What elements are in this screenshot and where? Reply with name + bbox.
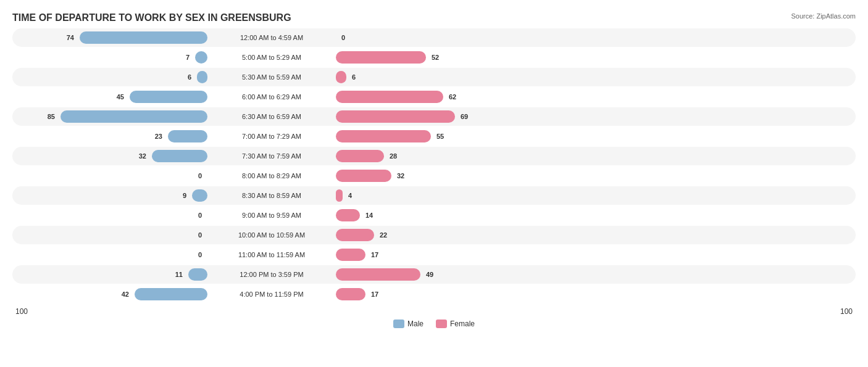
- male-value: 0: [195, 251, 205, 258]
- legend-male: Male: [393, 320, 424, 328]
- left-section: 7: [12, 51, 210, 64]
- bar-right-wrap: 32: [336, 170, 856, 182]
- male-bar: [130, 91, 207, 103]
- male-value: 0: [195, 212, 205, 219]
- male-bar: [61, 110, 207, 123]
- male-label: Male: [407, 320, 424, 328]
- left-section: 0: [12, 209, 210, 221]
- bar-right-wrap: 69: [336, 110, 856, 123]
- bar-right-wrap: 55: [336, 130, 856, 142]
- axis-row: 100 100: [12, 307, 856, 316]
- chart-row: 0 8:00 AM to 8:29 AM 32: [12, 167, 856, 185]
- right-section: 49: [333, 268, 856, 281]
- male-bar: [195, 51, 207, 64]
- female-value: 28: [386, 152, 400, 160]
- time-label: 11:00 AM to 11:59 AM: [210, 251, 333, 258]
- time-label: 9:00 AM to 9:59 AM: [210, 212, 333, 219]
- chart-title: TIME OF DEPARTURE TO WORK BY SEX IN GREE…: [12, 12, 856, 23]
- male-value: 11: [172, 271, 186, 278]
- bar-left-wrap: 0: [12, 170, 207, 182]
- female-bar: [336, 71, 346, 83]
- right-section: 6: [333, 71, 856, 83]
- chart-row: 0 11:00 AM to 11:59 AM 17: [12, 245, 856, 264]
- time-label: 4:00 PM to 11:59 PM: [210, 291, 333, 298]
- chart-row: 0 9:00 AM to 9:59 AM 14: [12, 206, 856, 225]
- right-section: 28: [333, 150, 856, 162]
- chart-row: 85 6:30 AM to 6:59 AM 69: [12, 107, 856, 126]
- left-section: 85: [12, 110, 210, 123]
- female-bar: [336, 189, 343, 202]
- bar-left-wrap: 9: [12, 189, 207, 202]
- female-value: 17: [368, 291, 382, 298]
- right-section: 62: [333, 91, 856, 103]
- right-section: 22: [333, 229, 856, 241]
- male-bar: [80, 31, 207, 44]
- left-section: 6: [12, 71, 210, 83]
- right-section: 69: [333, 110, 856, 123]
- female-bar: [336, 150, 384, 162]
- bar-left-wrap: 7: [12, 51, 207, 64]
- bar-right-wrap: 4: [336, 189, 856, 202]
- left-section: 0: [12, 249, 210, 261]
- female-value: 69: [457, 113, 471, 120]
- left-section: 11: [12, 268, 210, 281]
- bar-right-wrap: 52: [336, 51, 856, 64]
- male-value: 0: [195, 231, 205, 239]
- time-label: 8:30 AM to 8:59 AM: [210, 192, 333, 199]
- bar-left-wrap: 0: [12, 229, 207, 241]
- right-section: 52: [333, 51, 856, 64]
- chart-row: 7 5:00 AM to 5:29 AM 52: [12, 48, 856, 67]
- chart-area: 74 12:00 AM to 4:59 AM 0 7 5:00 AM to 5:…: [12, 28, 856, 303]
- bar-right-wrap: 62: [336, 91, 856, 103]
- female-value: 52: [428, 54, 442, 61]
- time-label: 5:30 AM to 5:59 AM: [210, 73, 333, 81]
- male-value: 32: [136, 152, 149, 160]
- left-section: 32: [12, 150, 210, 162]
- male-bar: [135, 288, 207, 300]
- left-section: 45: [12, 91, 210, 103]
- time-label: 12:00 AM to 4:59 AM: [210, 34, 333, 41]
- bar-left-wrap: 0: [12, 209, 207, 221]
- bar-right-wrap: 14: [336, 209, 856, 221]
- female-swatch: [436, 320, 447, 328]
- female-bar: [336, 130, 431, 142]
- bar-right-wrap: 17: [336, 288, 856, 300]
- chart-row: 6 5:30 AM to 5:59 AM 6: [12, 68, 856, 86]
- left-section: 74: [12, 31, 210, 44]
- female-value: 14: [362, 212, 376, 219]
- female-value: 0: [338, 34, 348, 41]
- right-section: 55: [333, 130, 856, 142]
- axis-left: 100: [12, 307, 210, 316]
- bar-right-wrap: 22: [336, 229, 856, 241]
- female-value: 62: [446, 93, 459, 101]
- chart-row: 45 6:00 AM to 6:29 AM 62: [12, 88, 856, 106]
- female-bar: [336, 268, 420, 281]
- male-swatch: [393, 320, 404, 328]
- axis-right: 100: [333, 307, 856, 316]
- male-bar: [197, 71, 207, 83]
- chart-row: 23 7:00 AM to 7:29 AM 55: [12, 127, 856, 146]
- left-section: 0: [12, 170, 210, 182]
- bar-left-wrap: 11: [12, 268, 207, 281]
- bar-left-wrap: 85: [12, 110, 207, 123]
- legend: Male Female: [12, 320, 856, 328]
- female-value: 17: [368, 251, 382, 258]
- female-bar: [336, 51, 426, 64]
- chart-row: 9 8:30 AM to 8:59 AM 4: [12, 186, 856, 205]
- time-label: 10:00 AM to 10:59 AM: [210, 231, 333, 239]
- female-value: 32: [394, 172, 407, 179]
- male-value: 85: [44, 113, 58, 120]
- time-label: 7:00 AM to 7:29 AM: [210, 133, 333, 140]
- chart-container: TIME OF DEPARTURE TO WORK BY SEX IN GREE…: [0, 0, 868, 367]
- right-section: 0: [333, 31, 856, 44]
- time-label: 12:00 PM to 3:59 PM: [210, 271, 333, 278]
- left-section: 23: [12, 130, 210, 142]
- male-bar: [188, 268, 207, 281]
- female-value: 55: [433, 133, 447, 140]
- bar-right-wrap: 0: [336, 31, 856, 44]
- female-bar: [336, 229, 374, 241]
- bar-left-wrap: 42: [12, 288, 207, 300]
- left-section: 0: [12, 229, 210, 241]
- time-label: 5:00 AM to 5:29 AM: [210, 54, 333, 61]
- time-label: 8:00 AM to 8:29 AM: [210, 172, 333, 179]
